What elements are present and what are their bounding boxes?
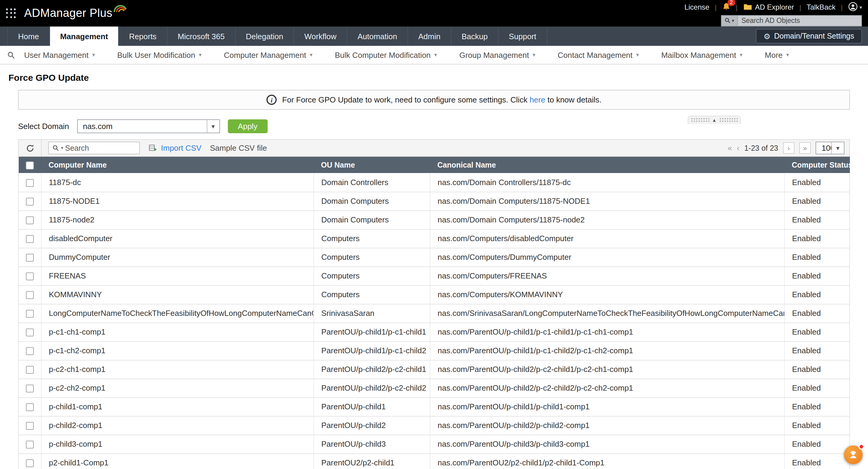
subnav-item[interactable]: Bulk User Modification ▾ (117, 50, 202, 59)
table-row[interactable]: p2-child1-Comp1 ParentOU2/p2-child1 nas.… (19, 453, 849, 469)
row-checkbox[interactable] (26, 329, 34, 336)
table-row[interactable]: disabledComputer Computers nas.com/Compu… (19, 229, 849, 248)
row-checkbox[interactable] (26, 347, 34, 355)
cell-canonical-name: nas.com/ParentOU/p-child1/p-c1-child2/p-… (430, 341, 784, 360)
domain-tenant-settings-button[interactable]: ⚙ Domain/Tenant Settings (755, 29, 862, 43)
column-canonical-name[interactable]: Canonical Name (430, 157, 784, 173)
chat-agent-icon (848, 450, 858, 460)
subnav-search-button[interactable] (4, 51, 18, 59)
cell-canonical-name: nas.com/ParentOU2/p2-child1/p2-child1-Co… (430, 453, 784, 469)
cell-computer-status: Enabled (784, 397, 849, 416)
row-checkbox[interactable] (26, 235, 34, 243)
talkback-link[interactable]: TalkBack (807, 3, 835, 11)
nav-tab[interactable]: Automation (347, 27, 408, 46)
refresh-button[interactable] (19, 140, 41, 156)
nav-tab[interactable]: Support (498, 27, 547, 46)
cell-ou-name: ParentOU/p-child2 (314, 416, 430, 435)
nav-tab[interactable]: Delegation (236, 27, 294, 46)
chevron-down-icon: ▾ (786, 52, 789, 58)
table-row[interactable]: 11875-dc Domain Controllers nas.com/Doma… (19, 173, 849, 192)
chevron-down-icon: ▾ (740, 52, 742, 58)
folder-icon (743, 3, 752, 12)
cell-computer-name: p2-child1-Comp1 (41, 453, 314, 469)
here-link[interactable]: here (530, 95, 545, 104)
table-row[interactable]: FREENAS Computers nas.com/Computers/FREE… (19, 267, 849, 285)
table-row[interactable]: DummyComputer Computers nas.com/Computer… (19, 248, 849, 267)
table-row[interactable]: p-c2-ch1-comp1 ParentOU/p-child2/p-c2-ch… (19, 360, 849, 379)
row-checkbox[interactable] (26, 441, 34, 448)
support-chat-button[interactable] (844, 445, 863, 464)
prev-page-button[interactable]: ‹ (737, 144, 740, 153)
table-row[interactable]: p-c1-ch2-comp1 ParentOU/p-child1/p-c1-ch… (19, 341, 849, 360)
row-checkbox[interactable] (26, 422, 34, 430)
nav-tab[interactable]: Workflow (294, 27, 347, 46)
select-all-checkbox[interactable] (26, 161, 34, 169)
cell-computer-name: p-child1-comp1 (41, 397, 314, 416)
subnav-item[interactable]: More ▾ (765, 50, 789, 59)
row-checkbox[interactable] (26, 179, 34, 187)
chevron-down-icon: ▾ (310, 52, 313, 58)
column-ou-name[interactable]: OU Name (314, 157, 430, 173)
subnav-item[interactable]: User Management ▾ (24, 50, 95, 59)
search-ad-objects-input[interactable] (738, 17, 861, 24)
row-checkbox-cell (19, 397, 41, 416)
row-checkbox[interactable] (26, 366, 34, 374)
table-row[interactable]: p-c2-ch2-comp1 ParentOU/p-child2/p-c2-ch… (19, 379, 849, 397)
brand-logo[interactable]: ADManager Plus (24, 7, 127, 20)
cell-computer-status: Enabled (784, 341, 849, 360)
cell-canonical-name: nas.com/ParentOU/p-child2/p-c2-child2/p-… (430, 379, 784, 397)
table-row[interactable]: 11875-node2 Domain Computers nas.com/Dom… (19, 210, 849, 229)
subnav-item[interactable]: Mailbox Management ▾ (661, 50, 743, 59)
row-checkbox[interactable] (26, 403, 34, 411)
subnav-item[interactable]: Bulk Computer Modification ▾ (335, 50, 437, 59)
refresh-icon (26, 144, 34, 152)
license-link[interactable]: License (684, 3, 710, 11)
column-computer-name[interactable]: Computer Name (41, 157, 314, 173)
first-page-button[interactable]: « (727, 144, 732, 153)
page-size-select[interactable]: 100 ▼ (815, 142, 844, 154)
search-scope-button[interactable]: ▾ (721, 15, 738, 26)
nav-tab[interactable]: Admin (408, 27, 452, 46)
table-row[interactable]: KOMMAVINNY Computers nas.com/Computers/K… (19, 285, 849, 304)
sample-csv-link[interactable]: Sample CSV file (210, 144, 267, 153)
nav-tab[interactable]: Microsoft 365 (167, 27, 236, 46)
table-row[interactable]: 11875-NODE1 Domain Computers nas.com/Dom… (19, 192, 849, 210)
cell-computer-status: Enabled (784, 229, 849, 248)
last-page-button[interactable]: » (799, 142, 811, 154)
nav-tab[interactable]: Reports (119, 27, 167, 46)
subnav-item[interactable]: Group Management ▾ (459, 50, 535, 59)
chat-notification-dot (858, 444, 864, 450)
row-checkbox-cell (19, 360, 41, 379)
cell-computer-name: 11875-node2 (41, 210, 314, 229)
subnav-item[interactable]: Computer Management ▾ (224, 50, 313, 59)
import-csv-link[interactable]: Import CSV (149, 144, 201, 153)
domain-select[interactable]: nas.com ▼ (77, 119, 220, 133)
cell-computer-name: DummyComputer (41, 248, 314, 267)
row-checkbox[interactable] (26, 198, 34, 206)
table-search-input[interactable] (65, 144, 135, 152)
nav-tab[interactable]: Backup (451, 27, 498, 46)
table-row[interactable]: p-c1-ch1-comp1 ParentOU/p-child1/p-c1-ch… (19, 322, 849, 341)
ad-explorer-link[interactable]: AD Explorer (743, 3, 794, 12)
next-page-button[interactable]: › (783, 142, 795, 154)
user-menu-button[interactable]: ▾ (848, 1, 862, 13)
column-computer-status[interactable]: Computer Status (784, 157, 849, 173)
table-row[interactable]: p-child1-comp1 ParentOU/p-child1 nas.com… (19, 397, 849, 416)
row-checkbox[interactable] (26, 254, 34, 262)
table-row[interactable]: p-child2-comp1 ParentOU/p-child2 nas.com… (19, 416, 849, 435)
apps-grid-icon[interactable] (6, 8, 16, 19)
row-checkbox[interactable] (26, 216, 34, 224)
row-checkbox[interactable] (26, 459, 34, 467)
nav-tab[interactable]: Home (7, 27, 50, 46)
row-checkbox[interactable] (26, 385, 34, 393)
table-row[interactable]: p-child3-comp1 ParentOU/p-child3 nas.com… (19, 435, 849, 453)
row-checkbox[interactable] (26, 310, 34, 318)
table-row[interactable]: LongComputerNameToCheckTheFeasibilityOfH… (19, 304, 849, 322)
notifications-button[interactable]: 2 (722, 2, 730, 12)
panel-collapse-handle[interactable]: ▲ (688, 116, 741, 124)
nav-tab[interactable]: Management (50, 27, 119, 46)
row-checkbox[interactable] (26, 291, 34, 299)
apply-button[interactable]: Apply (227, 119, 268, 133)
subnav-item[interactable]: Contact Management ▾ (558, 50, 639, 59)
row-checkbox[interactable] (26, 273, 34, 280)
